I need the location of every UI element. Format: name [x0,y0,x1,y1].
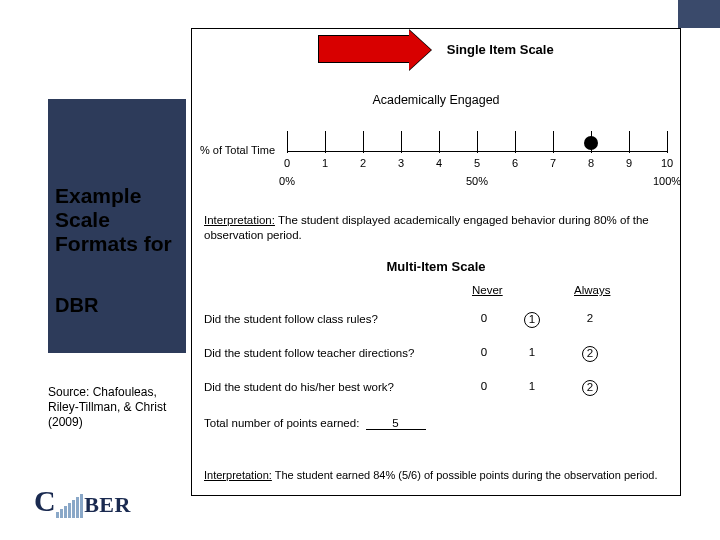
total-value: 5 [366,417,426,430]
anchor-50: 50% [466,175,488,187]
col-always: Always [574,284,610,296]
tick [629,131,630,153]
anchor-100: 100% [653,175,681,187]
single-item-title: Single Item Scale [447,42,554,57]
tick [401,131,402,153]
tick-label: 6 [512,157,518,169]
red-arrow-icon [318,35,410,63]
anchor-0: 0% [279,175,295,187]
question-text: Did the student follow teacher direction… [204,347,668,359]
logo-bars-icon [56,494,84,518]
option-value: 2 [582,346,598,362]
question-text: Did the student follow class rules? [204,313,668,325]
tick [439,131,440,153]
option-value: 2 [582,380,598,396]
page-title: Example Scale Formats for [55,184,185,256]
cber-logo: CBER [34,484,131,518]
tick-label: 8 [588,157,594,169]
tick [287,131,288,153]
tick [515,131,516,153]
option-value: 1 [529,346,535,358]
selected-dot [584,136,598,150]
option-value: 0 [481,346,487,358]
tick [553,131,554,153]
total-row: Total number of points earned: 5 [204,417,429,430]
multi-item-interpretation: Interpretation: The student earned 84% (… [204,469,668,481]
question-text: Did the student do his/her best work? [204,381,668,393]
total-label: Total number of points earned: [204,417,359,429]
multi-item-title: Multi-Item Scale [192,259,680,274]
logo-ber: BER [84,492,131,517]
option-value: 0 [481,312,487,324]
logo-c: C [34,484,56,517]
corner-accent [678,0,720,28]
interp2-label: Interpretation: [204,469,272,481]
tick-label: 5 [474,157,480,169]
tick-label: 1 [322,157,328,169]
tick-label: 4 [436,157,442,169]
page-subtitle: DBR [55,294,98,317]
single-item-interpretation: Interpretation: The student displayed ac… [204,213,668,243]
tick [477,131,478,153]
option-value: 0 [481,380,487,392]
tick [325,131,326,153]
tick [667,131,668,153]
single-item-header: Single Item Scale [192,35,680,63]
option-value: 2 [587,312,593,324]
tick-label: 2 [360,157,366,169]
interp-label: Interpretation: [204,214,275,226]
col-never: Never [472,284,503,296]
tick-label: 10 [661,157,673,169]
option-value: 1 [524,312,540,328]
scale-label: Academically Engaged [192,93,680,107]
tick-label: 3 [398,157,404,169]
content-panel: Single Item Scale Academically Engaged %… [191,28,681,496]
tick-label: 0 [284,157,290,169]
y-axis-label: % of Total Time [200,144,275,156]
tick-label: 9 [626,157,632,169]
source-citation: Source: Chafouleas, Riley-Tillman, & Chr… [48,385,188,430]
tick-label: 7 [550,157,556,169]
tick [363,131,364,153]
option-value: 1 [529,380,535,392]
interp2-text: The student earned 84% (5/6) of possible… [272,469,658,481]
